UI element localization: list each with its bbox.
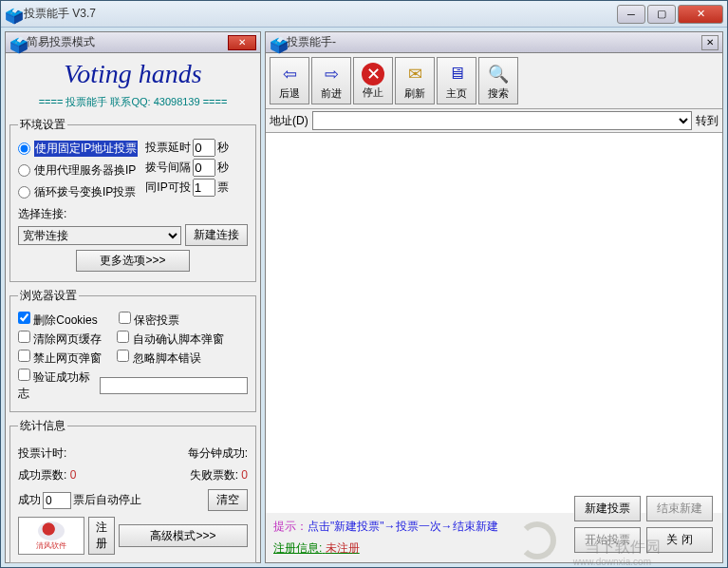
- chk-del-cookies[interactable]: [18, 312, 30, 324]
- search-button[interactable]: 🔍搜索: [478, 57, 518, 104]
- stop-icon: ✕: [362, 63, 384, 85]
- autostop-input[interactable]: [43, 492, 71, 509]
- more-options-button[interactable]: 更多选项>>>: [76, 250, 190, 272]
- success-count: 0: [70, 468, 77, 482]
- stop-button[interactable]: ✕停止: [353, 57, 393, 104]
- forward-button[interactable]: ⇨前进: [311, 57, 351, 104]
- end-new-button[interactable]: 结束新建: [646, 496, 713, 521]
- interval-input[interactable]: [193, 159, 215, 177]
- minimize-button[interactable]: ─: [617, 5, 645, 24]
- arrow-right-icon: ⇨: [319, 62, 344, 86]
- panel-icon: 🗳️: [270, 36, 283, 49]
- chk-auto-confirm[interactable]: [117, 331, 129, 343]
- browser-viewport: [266, 133, 722, 513]
- addr-label: 地址(D): [270, 113, 308, 129]
- close-button[interactable]: ✕: [678, 5, 723, 24]
- clear-button[interactable]: 清空: [208, 489, 248, 511]
- browser-legend: 浏览器设置: [18, 288, 79, 304]
- back-button[interactable]: ⇦后退: [270, 57, 309, 104]
- left-panel-title: 简易投票模式: [27, 34, 228, 50]
- fail-count: 0: [241, 468, 248, 482]
- stats-legend: 统计信息: [18, 418, 67, 434]
- brand-logo: Voting hands: [9, 57, 256, 91]
- right-panel-title: 投票能手-: [287, 34, 701, 50]
- radio-proxy[interactable]: [18, 164, 30, 177]
- env-legend: 环境设置: [18, 117, 67, 133]
- new-vote-button[interactable]: 新建投票: [574, 496, 641, 521]
- goto-link[interactable]: 转到: [696, 113, 719, 129]
- chk-keep-vote[interactable]: [119, 312, 131, 324]
- right-panel-close-button[interactable]: ✕: [701, 35, 719, 50]
- chk-ignore-err[interactable]: [117, 350, 129, 362]
- refresh-icon: ✉: [402, 62, 427, 86]
- watermark-icon: [518, 521, 556, 559]
- home-icon: 🖥: [444, 62, 469, 86]
- addr-input[interactable]: [312, 111, 692, 130]
- chk-clear-cache[interactable]: [18, 331, 30, 343]
- arrow-left-icon: ⇦: [277, 62, 302, 86]
- search-icon: 🔍: [486, 62, 511, 86]
- sameip-input[interactable]: [193, 179, 215, 197]
- home-button[interactable]: 🖥主页: [437, 57, 476, 104]
- new-conn-button[interactable]: 新建连接: [185, 224, 248, 246]
- maximize-button[interactable]: ▢: [647, 5, 676, 24]
- advanced-button[interactable]: 高级模式>>>: [119, 524, 248, 547]
- delay-input[interactable]: [193, 139, 215, 157]
- contact-info: ==== 投票能手 联系QQ: 43098139 ====: [9, 91, 256, 117]
- permin-label: 每分钟成功:: [188, 445, 248, 462]
- app-title: 投票能手 V3.7: [24, 6, 615, 22]
- app-icon: 🗳️: [5, 7, 20, 22]
- chk-verify-flag[interactable]: [18, 369, 30, 381]
- timer-label: 投票计时:: [18, 445, 66, 462]
- panel-icon: 🗳️: [9, 36, 23, 49]
- chk-block-popup[interactable]: [18, 350, 30, 362]
- close-panel-button[interactable]: 关 闭: [646, 527, 713, 553]
- register-button[interactable]: 注 册: [88, 517, 115, 555]
- left-panel-close-button[interactable]: ✕: [228, 35, 256, 50]
- radio-dial[interactable]: [18, 186, 30, 199]
- verify-flag-input[interactable]: [100, 377, 248, 394]
- watermark-url: www.downxia.com: [573, 557, 651, 567]
- radio-fixed-ip[interactable]: [18, 142, 30, 155]
- start-vote-button[interactable]: 开始投票: [574, 527, 641, 553]
- qf-logo: 清风软件: [18, 517, 84, 555]
- refresh-button[interactable]: ✉刷新: [395, 57, 435, 104]
- conn-select[interactable]: 宽带连接: [18, 226, 181, 245]
- select-conn-label: 选择连接:: [18, 206, 248, 222]
